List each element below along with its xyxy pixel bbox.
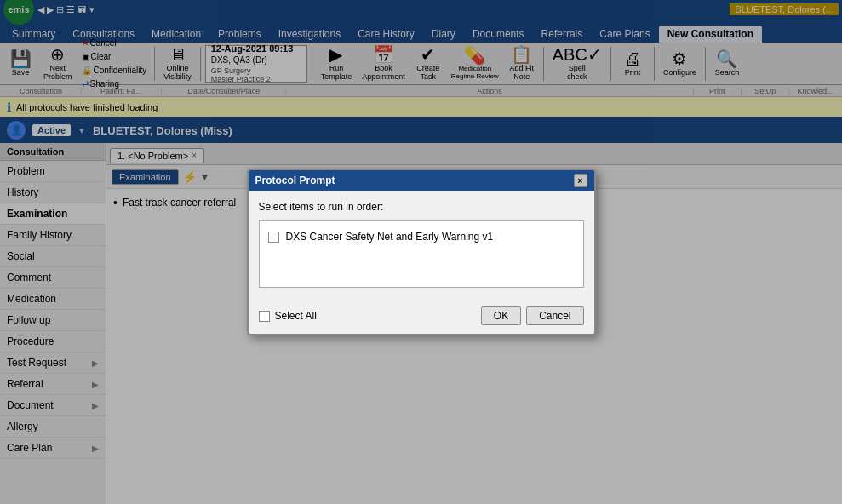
- select-all-checkbox[interactable]: [259, 311, 270, 322]
- modal-footer-buttons: OK Cancel: [481, 306, 584, 325]
- select-all-label: Select All: [275, 310, 317, 322]
- modal-list-item-1: DXS Cancer Safety Net and Early Warning …: [266, 227, 576, 246]
- select-all-area: Select All: [259, 310, 317, 322]
- modal-item-list: DXS Cancer Safety Net and Early Warning …: [259, 220, 584, 288]
- modal-close-button[interactable]: ×: [574, 174, 587, 187]
- modal-footer: Select All OK Cancel: [249, 306, 594, 334]
- modal-instruction: Select items to run in order:: [259, 201, 584, 213]
- modal-item-1-checkbox[interactable]: [268, 232, 279, 243]
- modal-item-1-label: DXS Cancer Safety Net and Early Warning …: [286, 231, 494, 243]
- modal-overlay: Protocol Prompt × Select items to run in…: [0, 0, 842, 504]
- protocol-prompt-modal: Protocol Prompt × Select items to run in…: [247, 169, 596, 335]
- modal-body: Select items to run in order: DXS Cancer…: [249, 191, 594, 306]
- modal-title: Protocol Prompt: [255, 175, 335, 186]
- modal-ok-button[interactable]: OK: [481, 306, 521, 325]
- modal-cancel-button[interactable]: Cancel: [526, 306, 583, 325]
- modal-title-bar: Protocol Prompt ×: [249, 170, 594, 191]
